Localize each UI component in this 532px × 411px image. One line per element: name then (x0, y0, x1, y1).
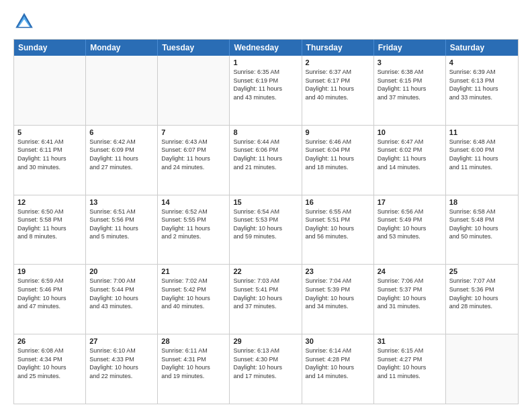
day-cell-9: 9Sunrise: 6:46 AM Sunset: 6:04 PM Daylig… (302, 126, 374, 195)
empty-cell-r0c2 (158, 56, 230, 125)
day-cell-7: 7Sunrise: 6:43 AM Sunset: 6:07 PM Daylig… (158, 126, 230, 195)
day-number: 19 (17, 267, 82, 275)
day-number: 20 (89, 267, 154, 275)
day-number: 12 (17, 198, 82, 206)
day-cell-3: 3Sunrise: 6:38 AM Sunset: 6:15 PM Daylig… (374, 56, 446, 125)
day-info: Sunrise: 6:38 AM Sunset: 6:15 PM Dayligh… (378, 68, 442, 101)
day-cell-18: 18Sunrise: 6:58 AM Sunset: 5:48 PM Dayli… (446, 195, 518, 265)
day-info: Sunrise: 6:37 AM Sunset: 6:17 PM Dayligh… (306, 68, 370, 101)
day-cell-19: 19Sunrise: 6:59 AM Sunset: 5:46 PM Dayli… (14, 265, 86, 334)
day-cell-16: 16Sunrise: 6:55 AM Sunset: 5:51 PM Dayli… (302, 195, 374, 265)
day-number: 22 (233, 267, 298, 275)
day-number: 25 (449, 267, 515, 275)
day-number: 31 (378, 337, 442, 345)
day-number: 27 (89, 337, 154, 345)
page: SundayMondayTuesdayWednesdayThursdayFrid… (0, 0, 532, 411)
day-number: 9 (306, 128, 370, 136)
day-info: Sunrise: 6:58 AM Sunset: 5:48 PM Dayligh… (449, 208, 515, 241)
day-info: Sunrise: 6:59 AM Sunset: 5:46 PM Dayligh… (17, 277, 82, 310)
weekday-header-sunday: Sunday (14, 40, 86, 56)
day-info: Sunrise: 6:13 AM Sunset: 4:30 PM Dayligh… (233, 347, 298, 380)
day-info: Sunrise: 7:00 AM Sunset: 5:44 PM Dayligh… (89, 277, 154, 310)
calendar-row-3: 12Sunrise: 6:50 AM Sunset: 5:58 PM Dayli… (14, 195, 518, 265)
day-info: Sunrise: 6:08 AM Sunset: 4:34 PM Dayligh… (17, 347, 82, 380)
day-cell-6: 6Sunrise: 6:42 AM Sunset: 6:09 PM Daylig… (86, 126, 158, 195)
day-info: Sunrise: 6:56 AM Sunset: 5:49 PM Dayligh… (378, 208, 442, 241)
day-cell-28: 28Sunrise: 6:11 AM Sunset: 4:31 PM Dayli… (158, 334, 230, 404)
calendar-row-4: 19Sunrise: 6:59 AM Sunset: 5:46 PM Dayli… (14, 264, 518, 334)
day-cell-15: 15Sunrise: 6:54 AM Sunset: 5:53 PM Dayli… (230, 195, 302, 265)
day-info: Sunrise: 6:48 AM Sunset: 6:00 PM Dayligh… (449, 138, 515, 171)
day-number: 3 (378, 58, 442, 66)
day-cell-14: 14Sunrise: 6:52 AM Sunset: 5:55 PM Dayli… (158, 195, 230, 265)
calendar-row-5: 26Sunrise: 6:08 AM Sunset: 4:34 PM Dayli… (14, 334, 518, 404)
day-info: Sunrise: 7:04 AM Sunset: 5:39 PM Dayligh… (306, 277, 370, 310)
calendar: SundayMondayTuesdayWednesdayThursdayFrid… (13, 39, 519, 404)
day-number: 2 (306, 58, 370, 66)
weekday-header-wednesday: Wednesday (230, 40, 302, 56)
day-info: Sunrise: 6:52 AM Sunset: 5:55 PM Dayligh… (161, 208, 226, 241)
day-cell-26: 26Sunrise: 6:08 AM Sunset: 4:34 PM Dayli… (14, 334, 86, 404)
day-cell-12: 12Sunrise: 6:50 AM Sunset: 5:58 PM Dayli… (14, 195, 86, 265)
day-number: 24 (378, 267, 442, 275)
day-cell-13: 13Sunrise: 6:51 AM Sunset: 5:56 PM Dayli… (86, 195, 158, 265)
day-number: 16 (306, 198, 370, 206)
weekday-header-friday: Friday (374, 40, 446, 56)
day-info: Sunrise: 6:41 AM Sunset: 6:11 PM Dayligh… (17, 138, 82, 171)
day-cell-20: 20Sunrise: 7:00 AM Sunset: 5:44 PM Dayli… (86, 265, 158, 334)
day-info: Sunrise: 7:07 AM Sunset: 5:36 PM Dayligh… (449, 277, 515, 310)
day-cell-23: 23Sunrise: 7:04 AM Sunset: 5:39 PM Dayli… (302, 265, 374, 334)
day-cell-31: 31Sunrise: 6:15 AM Sunset: 4:27 PM Dayli… (374, 334, 446, 404)
weekday-header-saturday: Saturday (446, 40, 518, 56)
day-cell-17: 17Sunrise: 6:56 AM Sunset: 5:49 PM Dayli… (374, 195, 446, 265)
day-number: 7 (161, 128, 226, 136)
day-number: 17 (378, 198, 442, 206)
day-info: Sunrise: 6:43 AM Sunset: 6:07 PM Dayligh… (161, 138, 226, 171)
day-info: Sunrise: 6:14 AM Sunset: 4:28 PM Dayligh… (306, 347, 370, 380)
day-cell-5: 5Sunrise: 6:41 AM Sunset: 6:11 PM Daylig… (14, 126, 86, 195)
day-cell-2: 2Sunrise: 6:37 AM Sunset: 6:17 PM Daylig… (302, 56, 374, 125)
day-info: Sunrise: 6:35 AM Sunset: 6:19 PM Dayligh… (233, 68, 298, 101)
day-number: 4 (449, 58, 515, 66)
day-number: 23 (306, 267, 370, 275)
day-cell-22: 22Sunrise: 7:03 AM Sunset: 5:41 PM Dayli… (230, 265, 302, 334)
day-number: 28 (161, 337, 226, 345)
calendar-header: SundayMondayTuesdayWednesdayThursdayFrid… (14, 40, 518, 56)
day-info: Sunrise: 6:39 AM Sunset: 6:13 PM Dayligh… (449, 68, 515, 101)
calendar-body: 1Sunrise: 6:35 AM Sunset: 6:19 PM Daylig… (14, 56, 518, 404)
day-info: Sunrise: 6:42 AM Sunset: 6:09 PM Dayligh… (89, 138, 154, 171)
day-info: Sunrise: 7:02 AM Sunset: 5:42 PM Dayligh… (161, 277, 226, 310)
day-number: 6 (89, 128, 154, 136)
day-cell-25: 25Sunrise: 7:07 AM Sunset: 5:36 PM Dayli… (446, 265, 518, 334)
day-cell-8: 8Sunrise: 6:44 AM Sunset: 6:06 PM Daylig… (230, 126, 302, 195)
day-cell-27: 27Sunrise: 6:10 AM Sunset: 4:33 PM Dayli… (86, 334, 158, 404)
logo-icon (13, 11, 35, 32)
day-info: Sunrise: 6:44 AM Sunset: 6:06 PM Dayligh… (233, 138, 298, 171)
empty-cell-r0c0 (14, 56, 86, 125)
day-number: 14 (161, 198, 226, 206)
day-number: 13 (89, 198, 154, 206)
day-info: Sunrise: 6:11 AM Sunset: 4:31 PM Dayligh… (161, 347, 226, 380)
day-number: 11 (449, 128, 515, 136)
day-info: Sunrise: 6:54 AM Sunset: 5:53 PM Dayligh… (233, 208, 298, 241)
day-number: 15 (233, 198, 298, 206)
day-info: Sunrise: 6:15 AM Sunset: 4:27 PM Dayligh… (378, 347, 442, 380)
day-info: Sunrise: 6:50 AM Sunset: 5:58 PM Dayligh… (17, 208, 82, 241)
empty-cell-r0c1 (86, 56, 158, 125)
day-cell-4: 4Sunrise: 6:39 AM Sunset: 6:13 PM Daylig… (446, 56, 518, 125)
day-number: 5 (17, 128, 82, 136)
logo (13, 11, 38, 32)
day-cell-21: 21Sunrise: 7:02 AM Sunset: 5:42 PM Dayli… (158, 265, 230, 334)
weekday-header-monday: Monday (86, 40, 158, 56)
day-info: Sunrise: 6:47 AM Sunset: 6:02 PM Dayligh… (378, 138, 442, 171)
day-info: Sunrise: 7:03 AM Sunset: 5:41 PM Dayligh… (233, 277, 298, 310)
day-number: 30 (306, 337, 370, 345)
weekday-header-tuesday: Tuesday (158, 40, 230, 56)
day-cell-10: 10Sunrise: 6:47 AM Sunset: 6:02 PM Dayli… (374, 126, 446, 195)
day-number: 10 (378, 128, 442, 136)
day-number: 18 (449, 198, 515, 206)
day-cell-1: 1Sunrise: 6:35 AM Sunset: 6:19 PM Daylig… (230, 56, 302, 125)
empty-cell-r4c6 (446, 334, 518, 404)
day-number: 29 (233, 337, 298, 345)
day-cell-30: 30Sunrise: 6:14 AM Sunset: 4:28 PM Dayli… (302, 334, 374, 404)
